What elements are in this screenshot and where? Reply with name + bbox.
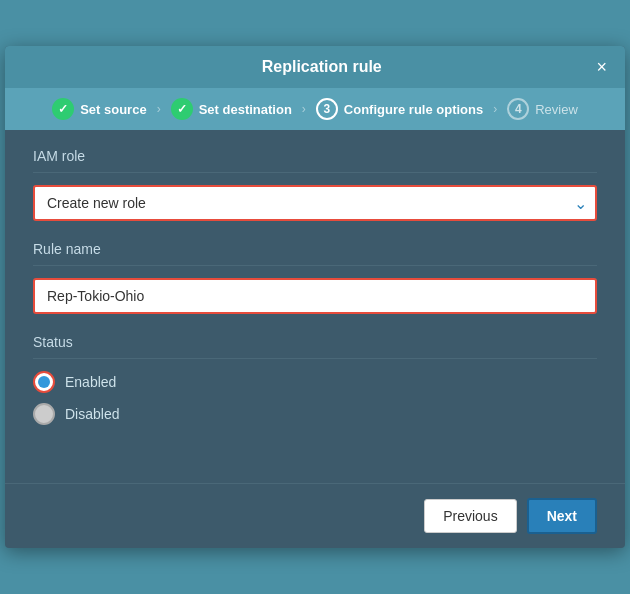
- status-disabled-radio[interactable]: [33, 403, 55, 425]
- step-review: 4 Review: [507, 98, 578, 120]
- rule-name-input[interactable]: [33, 278, 597, 314]
- modal-header: Replication rule ×: [5, 46, 625, 88]
- step-review-icon: 4: [507, 98, 529, 120]
- rule-name-divider: [33, 265, 597, 266]
- next-button[interactable]: Next: [527, 498, 597, 534]
- status-divider: [33, 358, 597, 359]
- status-disabled-label: Disabled: [65, 406, 119, 422]
- step-separator-3: ›: [489, 102, 501, 116]
- replication-rule-modal: Replication rule × ✓ Set source › ✓ Set …: [5, 46, 625, 548]
- step-set-destination-label: Set destination: [199, 102, 292, 117]
- checkmark: ✓: [58, 102, 68, 116]
- modal-body: IAM role Create new role Existing role ⌄…: [5, 130, 625, 483]
- step-separator-1: ›: [153, 102, 165, 116]
- status-disabled-option[interactable]: Disabled: [33, 403, 597, 425]
- modal-footer: Previous Next: [5, 483, 625, 548]
- step-review-label: Review: [535, 102, 578, 117]
- status-radio-group: Enabled Disabled: [33, 371, 597, 425]
- iam-role-label: IAM role: [33, 148, 597, 164]
- step-configure-rule-icon: 3: [316, 98, 338, 120]
- status-enabled-option[interactable]: Enabled: [33, 371, 597, 393]
- status-enabled-label: Enabled: [65, 374, 116, 390]
- step-set-destination-icon: ✓: [171, 98, 193, 120]
- status-enabled-radio[interactable]: [33, 371, 55, 393]
- step-set-source: ✓ Set source: [52, 98, 146, 120]
- status-label: Status: [33, 334, 597, 350]
- close-button[interactable]: ×: [596, 58, 607, 76]
- step-set-source-icon: ✓: [52, 98, 74, 120]
- iam-role-select[interactable]: Create new role Existing role: [33, 185, 597, 221]
- steps-bar: ✓ Set source › ✓ Set destination › 3 Con…: [5, 88, 625, 130]
- body-spacer: [33, 425, 597, 465]
- step-configure-rule: 3 Configure rule options: [316, 98, 483, 120]
- modal-title: Replication rule: [47, 58, 596, 76]
- iam-role-dropdown-wrapper: Create new role Existing role ⌄: [33, 185, 597, 221]
- step-separator-2: ›: [298, 102, 310, 116]
- step-configure-rule-label: Configure rule options: [344, 102, 483, 117]
- step-set-destination: ✓ Set destination: [171, 98, 292, 120]
- step-set-source-label: Set source: [80, 102, 146, 117]
- iam-role-divider: [33, 172, 597, 173]
- rule-name-label: Rule name: [33, 241, 597, 257]
- previous-button[interactable]: Previous: [424, 499, 516, 533]
- status-enabled-radio-inner: [38, 376, 50, 388]
